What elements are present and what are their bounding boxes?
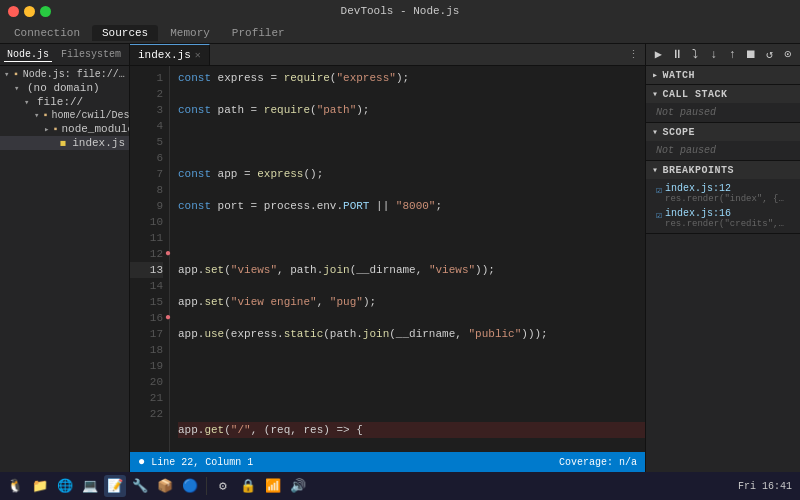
callstack-label: Call Stack [663,89,728,100]
line-num-5: 5 [130,134,163,150]
tab-sources[interactable]: Sources [92,25,158,41]
tab-connection[interactable]: Connection [4,25,90,41]
debug-content: ▸ Watch ▾ Call Stack Not paused ▾ Scope [646,66,800,472]
editor-area: index.js ✕ ⋮ 1 2 3 4 5 6 7 8 9 10 11 12 … [130,44,645,472]
top-tab-bar: Connection Sources Memory Profiler [0,22,800,44]
line-num-8: 8 [130,182,163,198]
maximize-button[interactable] [40,6,51,17]
line-num-19: 19 [130,358,163,374]
taskbar: 🐧 📁 🌐 💻 📝 🔧 📦 🔵 ⚙ 🔒 📶 🔊 Fri 16:41 [0,472,800,500]
breakpoint-checkbox-2[interactable]: ☑ [656,209,662,221]
watch-section: ▸ Watch [646,66,800,85]
taskbar-files-icon[interactable]: 📁 [29,475,51,497]
tree-arrow-icon: ▾ [24,97,34,108]
step-out-button[interactable]: ↑ [724,46,741,64]
code-line-9: app.use(express.static(path.join(__dirna… [178,326,645,342]
tree-item-indexjs[interactable]: ▸ ◼ index.js [0,136,129,150]
taskbar-editor-icon[interactable]: 📝 [104,475,126,497]
filter-icon[interactable]: ⋮ [625,47,641,63]
watch-section-header[interactable]: ▸ Watch [646,66,800,84]
scope-content: Not paused [646,141,800,160]
line-numbers: 1 2 3 4 5 6 7 8 9 10 11 12 13 14 15 16 1… [130,66,170,452]
breakpoints-arrow-icon: ▾ [652,164,659,176]
scope-header[interactable]: ▾ Scope [646,123,800,141]
line-num-9: 9 [130,198,163,214]
window-title: DevTools - Node.js [341,5,460,17]
breakpoint-item-2[interactable]: ☑ index.js:16 res.render("credits", { ti… [652,206,794,231]
line-num-1: 1 [130,70,163,86]
tree-arrow-icon: ▸ [44,124,49,135]
breakpoint-checkbox-1[interactable]: ☑ [656,184,662,196]
cursor-position[interactable]: Line 22, Column 1 [151,457,253,468]
folder-icon: ▪ [12,69,19,80]
taskbar-terminal-icon[interactable]: 💻 [79,475,101,497]
editor-tab-bar: index.js ✕ ⋮ [130,44,645,66]
breakpoint-item-1[interactable]: ☑ index.js:12 res.render("index", { titl… [652,181,794,206]
tree-item-nodejs-root[interactable]: ▾ ▪ Node.js: file:///home/cwil/Deskto [0,68,129,81]
taskbar-browser-icon[interactable]: 🌐 [54,475,76,497]
tree-item-file[interactable]: ▾ file:// [0,95,129,109]
line-num-14: 14 [130,278,163,294]
status-bar: ● Line 22, Column 1 Coverage: n/a [130,452,645,472]
tab-profiler[interactable]: Profiler [222,25,295,41]
taskbar-chrome-icon[interactable]: 🔵 [179,475,201,497]
line-num-18: 18 [130,342,163,358]
code-line-4: const app = express(); [178,166,645,182]
code-line-3 [178,134,645,150]
line-num-3: 3 [130,102,163,118]
callstack-section: ▾ Call Stack Not paused [646,85,800,123]
line-num-6: 6 [130,150,163,166]
breakpoint-file-2: index.js:16 [665,208,785,219]
code-line-5: const port = process.env.PORT || "8000"; [178,198,645,214]
taskbar-network-icon[interactable]: 📶 [262,475,284,497]
line-num-12: 12 [130,246,163,262]
code-editor[interactable]: const express = require("express"); cons… [170,66,645,452]
callstack-item-1: Not paused [652,105,794,120]
taskbar-shield-icon[interactable]: 🔒 [237,475,259,497]
resume-button[interactable]: ▶ [650,46,667,64]
tree-arrow-placeholder: ▸ [44,138,53,149]
breakpoints-content: ☑ index.js:12 res.render("index", { titl… [646,179,800,233]
breakpoint-file-1: index.js:12 [665,183,785,194]
folder-icon: ▪ [42,110,48,121]
tree-arrow-icon: ▾ [14,83,24,94]
taskbar-package-icon[interactable]: 📦 [154,475,176,497]
watch-arrow-icon: ▸ [652,69,659,81]
coverage-info: Coverage: n/a [559,457,637,468]
tree-tab-filesystem[interactable]: Filesystem [58,48,124,62]
minimize-button[interactable] [24,6,35,17]
taskbar-start-icon[interactable]: 🐧 [4,475,26,497]
taskbar-sound-icon[interactable]: 🔊 [287,475,309,497]
stop-button[interactable]: ⏹ [743,46,760,64]
code-line-6 [178,230,645,246]
tab-memory[interactable]: Memory [160,25,220,41]
scope-section: ▾ Scope Not paused [646,123,800,161]
taskbar-settings-icon[interactable]: ⚙ [212,475,234,497]
tree-item-node-modules[interactable]: ▸ ▪ node_modules [0,122,129,136]
step-over-button[interactable]: ⤵ [687,46,704,64]
editor-tab-label: index.js [138,49,191,61]
taskbar-devtools-icon[interactable]: 🔧 [129,475,151,497]
editor-tab-indexjs[interactable]: index.js ✕ [130,44,210,65]
breakpoints-header[interactable]: ▾ Breakpoints [646,161,800,179]
code-container[interactable]: 1 2 3 4 5 6 7 8 9 10 11 12 13 14 15 16 1… [130,66,645,452]
tree-item-no-domain[interactable]: ▾ (no domain) [0,81,129,95]
step-into-button[interactable]: ↓ [706,46,723,64]
taskbar-clock: Fri 16:41 [738,481,796,492]
blackbox-button[interactable]: ⊙ [780,46,797,64]
line-num-22: 22 [130,406,163,422]
restart-button[interactable]: ↺ [761,46,778,64]
line-num-4: 4 [130,118,163,134]
close-tab-icon[interactable]: ✕ [195,49,201,61]
line-num-16: 16 [130,310,163,326]
breakpoints-section: ▾ Breakpoints ☑ index.js:12 res.render("… [646,161,800,234]
breakpoints-label: Breakpoints [663,165,735,176]
tree-arrow-icon: ▾ [4,69,9,80]
pause-button[interactable]: ⏸ [669,46,686,64]
callstack-header[interactable]: ▾ Call Stack [646,85,800,103]
close-button[interactable] [8,6,19,17]
watch-label: Watch [663,70,696,81]
tree-item-myapp[interactable]: ▾ ▪ home/cwil/Desktop/myapp [0,109,129,122]
tree-tab-nodejs[interactable]: Node.js [4,48,52,62]
breakpoint-code-2: res.render("credits", { tit... [665,219,785,229]
